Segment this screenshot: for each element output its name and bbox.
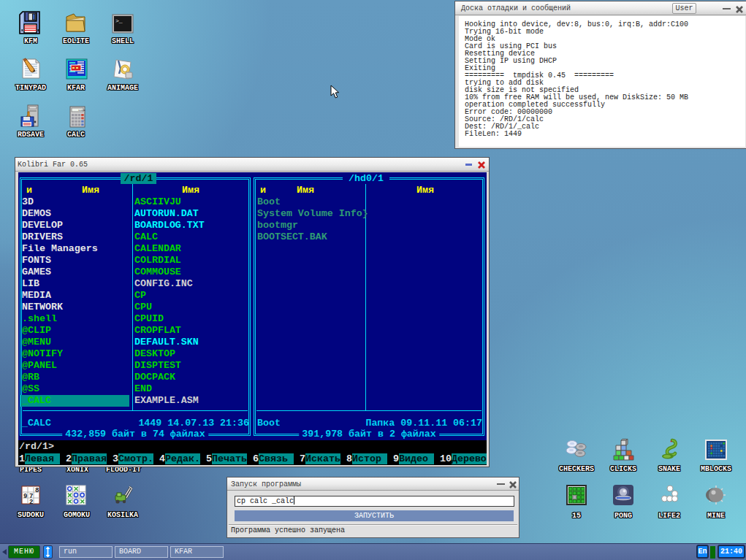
svg-text:9: 9 xyxy=(23,493,27,500)
svg-text:1449: 1449 xyxy=(78,109,85,112)
svg-text:2: 2 xyxy=(29,499,33,506)
svg-text:8: 8 xyxy=(35,487,39,494)
svg-text:>_: >_ xyxy=(115,18,123,24)
